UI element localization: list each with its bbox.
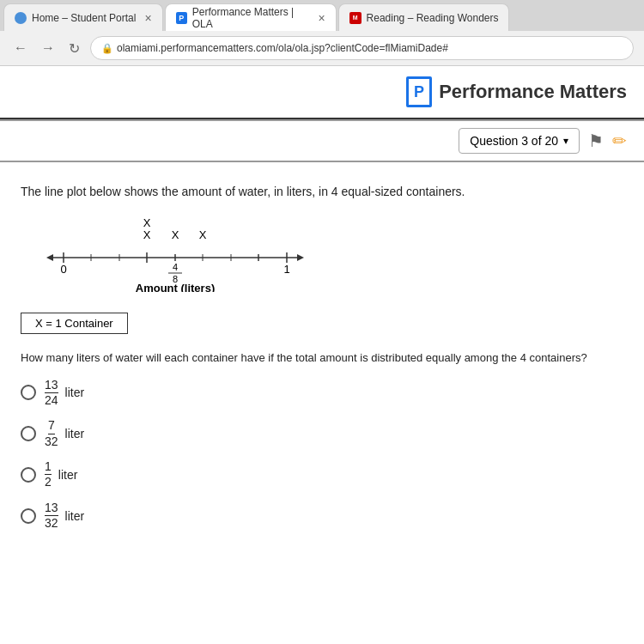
address-text: olamiami.performancematters.com/ola/ola.… xyxy=(117,42,448,54)
unit-b: liter xyxy=(65,427,85,440)
label-4: 4 xyxy=(173,262,178,272)
legend-box: X = 1 Container xyxy=(21,313,128,334)
p-icon: P xyxy=(176,12,187,24)
label-0: 0 xyxy=(60,263,66,276)
tab-reading[interactable]: M Reading – Reading Wonders xyxy=(338,3,510,31)
back-button[interactable]: ← xyxy=(10,37,31,59)
choice-d-label: 13 32 liter xyxy=(45,501,84,531)
arrow-right xyxy=(297,254,304,261)
question-intro: The line plot below shows the amount of … xyxy=(21,183,623,201)
address-input[interactable]: 🔒 olamiami.performancematters.com/ola/ol… xyxy=(90,36,634,60)
pm-title: Performance Matters xyxy=(439,81,627,103)
fraction-a: 13 24 xyxy=(45,379,58,408)
radio-b[interactable] xyxy=(21,426,36,441)
fraction-b: 7 32 xyxy=(45,419,58,448)
tab-home[interactable]: Home – Student Portal × xyxy=(3,3,163,31)
pm-logo: P Performance Matters xyxy=(406,76,627,107)
tab-ola-label: Performance Matters | OLA xyxy=(192,6,310,30)
x-mark-2: X xyxy=(143,228,151,241)
tab-home-close[interactable]: × xyxy=(144,11,151,25)
choice-c: 1 2 liter xyxy=(21,460,623,489)
tab-ola-close[interactable]: × xyxy=(318,11,325,25)
main-content: The line plot below shows the amount of … xyxy=(0,162,644,644)
forward-button[interactable]: → xyxy=(38,37,58,59)
pencil-button[interactable]: ✏ xyxy=(612,131,627,151)
radio-c[interactable] xyxy=(21,467,36,483)
address-bar: ← → ↻ 🔒 olamiami.performancematters.com/… xyxy=(0,31,644,65)
question-nav: Question 3 of 20 ▾ ⚑ ✏ xyxy=(0,121,644,161)
page-header: P Performance Matters xyxy=(0,66,644,119)
arrow-left xyxy=(46,254,53,261)
x-mark-3: X xyxy=(172,228,179,241)
choice-b: 7 32 liter xyxy=(21,419,623,448)
question-dropdown[interactable]: Question 3 of 20 ▾ xyxy=(459,128,580,154)
radio-d[interactable] xyxy=(21,508,36,524)
tab-reading-label: Reading – Reading Wonders xyxy=(367,12,499,24)
unit-a: liter xyxy=(65,386,85,399)
globe-icon xyxy=(15,12,27,24)
fraction-d: 13 32 xyxy=(45,501,58,531)
choice-a-label: 13 24 liter xyxy=(45,379,84,408)
unit-d: liter xyxy=(65,509,85,523)
lock-icon: 🔒 xyxy=(101,43,113,54)
x-mark-4: X xyxy=(199,228,207,241)
page: P Performance Matters Question 3 of 20 ▾… xyxy=(0,66,644,644)
answer-choices: 13 24 liter 7 32 liter xyxy=(21,379,623,531)
flag-button[interactable]: ⚑ xyxy=(588,131,604,151)
line-plot-container: X X X X xyxy=(38,215,623,292)
question-prompt: How many liters of water will each conta… xyxy=(21,349,623,367)
question-label: Question 3 of 20 xyxy=(470,134,558,148)
axis-label: Amount (liters) xyxy=(136,282,215,292)
legend-text: X = 1 Container xyxy=(35,317,113,330)
tab-ola[interactable]: P Performance Matters | OLA × xyxy=(165,3,337,31)
choice-b-label: 7 32 liter xyxy=(45,419,84,448)
choice-d: 13 32 liter xyxy=(21,501,623,531)
line-plot-svg: X X X X xyxy=(38,215,313,292)
pm-logo-icon: P xyxy=(406,76,432,107)
x-mark-1: X xyxy=(143,216,151,229)
choice-c-label: 1 2 liter xyxy=(45,460,77,489)
label-1: 1 xyxy=(283,263,289,276)
tab-bar: Home – Student Portal × P Performance Ma… xyxy=(0,0,644,31)
radio-a[interactable] xyxy=(21,385,36,400)
browser-chrome: Home – Student Portal × P Performance Ma… xyxy=(0,0,644,66)
reload-button[interactable]: ↻ xyxy=(65,37,83,60)
unit-c: liter xyxy=(58,468,78,482)
tab-home-label: Home – Student Portal xyxy=(32,12,136,24)
dropdown-arrow: ▾ xyxy=(563,135,568,147)
choice-a: 13 24 liter xyxy=(21,379,623,408)
mc-icon: M xyxy=(349,12,361,24)
fraction-c: 1 2 xyxy=(45,460,52,489)
